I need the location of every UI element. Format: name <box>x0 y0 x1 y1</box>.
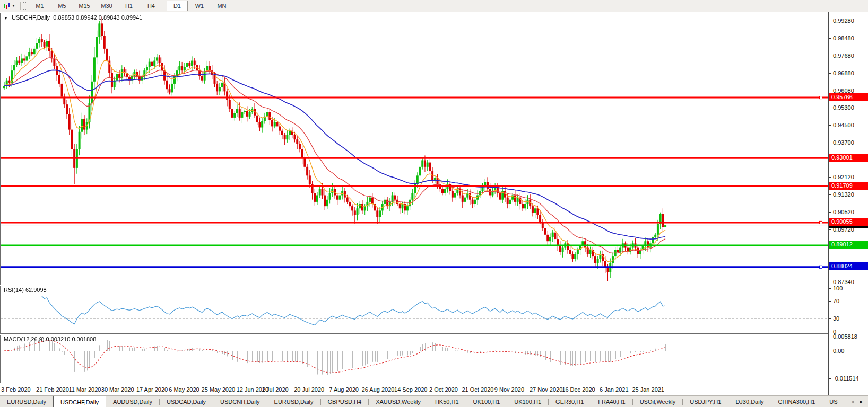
axis-tick <box>829 125 831 126</box>
time-axis[interactable]: 3 Feb 202021 Feb 202011 Mar 202030 Mar 2… <box>0 383 829 395</box>
axis-tick-label: 0.00 <box>833 347 844 355</box>
chart-tab-fra40-h1[interactable]: FRA40,H1 <box>591 396 632 407</box>
date-label: 14 Sep 2020 <box>394 386 427 393</box>
axis-tick-label: -0.011514 <box>833 375 859 382</box>
axis-tick-label: 0.96880 <box>833 69 854 77</box>
chart-tabs: EURUSD,DailyUSDCHF,DailyAUDUSD,DailyUSDC… <box>0 396 846 407</box>
date-label: 2 Oct 2020 <box>429 386 458 393</box>
chart-tab-xauusd-weekly[interactable]: XAUUSD,Weekly <box>369 396 428 407</box>
price-line-label: 0.90055 <box>829 218 868 226</box>
axis-tick <box>829 351 831 351</box>
axis-tick <box>829 337 831 337</box>
axis-tick-label: 0.94500 <box>833 121 854 129</box>
axis-tick <box>829 288 831 289</box>
date-label: 16 Dec 2020 <box>562 386 595 393</box>
timeframe-button-m1[interactable]: M1 <box>29 1 50 11</box>
axis-tick <box>829 229 831 230</box>
timeframe-button-m30[interactable]: M30 <box>96 1 117 11</box>
date-label: 21 Oct 2020 <box>462 386 493 393</box>
chart-tab-gbpusd-h4[interactable]: GBPUSD,H4 <box>321 396 369 407</box>
date-label: 25 Jan 2021 <box>632 386 664 393</box>
chart-tab-uk100-h1[interactable]: UK100,H1 <box>466 396 507 407</box>
collapse-triangle-icon[interactable]: ▼ <box>4 16 8 21</box>
date-label: 6 May 2020 <box>169 386 199 393</box>
chart-tab-hk50-h1[interactable]: HK50,H1 <box>428 396 466 407</box>
axis-tick-label: 0.92120 <box>833 173 854 181</box>
date-label: 30 Mar 2020 <box>101 386 134 393</box>
date-label: 20 Jul 2020 <box>294 386 324 393</box>
axis-tick <box>829 332 831 332</box>
price-chart-canvas[interactable] <box>0 12 829 395</box>
axis-tick <box>829 91 831 91</box>
axis-tick <box>829 301 831 302</box>
axis-tick-label: 100 <box>833 285 843 292</box>
price-axis[interactable]: 0.992800.984800.976800.968800.960800.953… <box>828 12 868 395</box>
chart-tab-eurusd-daily[interactable]: EURUSD,Daily <box>0 396 53 407</box>
chart-tab-eurusd-daily[interactable]: EURUSD,Daily <box>267 396 320 407</box>
chart-tab-dj30-daily[interactable]: DJ30,Daily <box>728 396 770 407</box>
timeframe-button-h1[interactable]: H1 <box>118 1 140 11</box>
date-label: 25 May 2020 <box>202 386 236 393</box>
timeframe-button-d1[interactable]: D1 <box>167 1 188 11</box>
rsi-indicator-label: RSI(14) 62.9098 <box>4 287 47 293</box>
toolbar-divider <box>20 2 21 10</box>
tab-scroll-right-icon[interactable]: ► <box>859 396 864 407</box>
axis-tick-label: 0.93700 <box>833 139 854 146</box>
timeframe-button-h4[interactable]: H4 <box>141 1 162 11</box>
tab-scroll-left-icon[interactable]: ◄ <box>850 396 855 407</box>
price-line-label: 0.93001 <box>829 154 868 162</box>
chart-title: ▼ USDCHF,Daily 0.89853 0.89942 0.89843 0… <box>4 14 142 21</box>
date-label: 17 Apr 2020 <box>136 386 168 393</box>
chart-tab-usdjpy-h1[interactable]: USDJPY,H1 <box>683 396 728 407</box>
axis-tick-label: 30 <box>833 315 839 322</box>
timeframe-buttons: M1M5M15M30H1H4D1W1MN <box>29 0 233 12</box>
chart-tab-uk100-h1[interactable]: UK100,H1 <box>507 396 548 407</box>
toolbar-grip[interactable] <box>23 2 26 10</box>
axis-tick <box>829 194 831 195</box>
axis-tick-label: 0.99280 <box>833 17 854 24</box>
date-label: 3 Feb 2020 <box>1 386 31 393</box>
chart-tab-us[interactable]: US <box>822 396 844 407</box>
price-line-label: 0.91709 <box>829 182 868 190</box>
chart-tab-china300-h1[interactable]: CHINA300,H1 <box>771 396 822 407</box>
date-label: 6 Jan 2021 <box>600 386 628 393</box>
timeframe-button-m5[interactable]: M5 <box>51 1 73 11</box>
date-label: 11 Mar 2020 <box>68 386 101 393</box>
axis-tick-label: 0.005818 <box>833 333 857 340</box>
axis-tick <box>829 318 831 319</box>
axis-tick <box>829 38 831 39</box>
timeframe-button-m15[interactable]: M15 <box>74 1 95 11</box>
chart-tab-usdchf-daily[interactable]: USDCHF,Daily <box>53 396 106 407</box>
chart-tab-usdcnh-daily[interactable]: USDCNH,Daily <box>213 396 267 407</box>
macd-indicator-label: MACD(12,26,9) 0.003210 0.001808 <box>4 336 96 342</box>
date-label: 1 Jul 2020 <box>262 386 289 393</box>
date-label: 7 Aug 2020 <box>329 386 359 393</box>
chart-tab-audusd-daily[interactable]: AUDUSD,Daily <box>106 396 159 407</box>
axis-tick <box>829 143 831 143</box>
axis-tick-label: 70 <box>833 297 839 305</box>
axis-tick-label: 0.97680 <box>833 52 854 59</box>
axis-tick <box>829 212 831 213</box>
timeframe-button-mn[interactable]: MN <box>211 1 232 11</box>
axis-tick <box>829 177 831 178</box>
axis-tick <box>829 378 831 379</box>
chevron-down-icon: ▼ <box>12 1 15 11</box>
axis-tick <box>829 108 831 108</box>
axis-tick <box>829 21 831 21</box>
chart-symbol: USDCHF,Daily <box>12 14 50 21</box>
mt4-window: ▼ M1M5M15M30H1H4D1W1MN ▼ USDCHF,Daily 0.… <box>0 0 868 407</box>
chart-tab-usoil-weekly[interactable]: USOil,Weekly <box>633 396 683 407</box>
axis-tick <box>829 73 831 74</box>
chart-tab-ger30-h1[interactable]: GER30,H1 <box>549 396 591 407</box>
toolbar: ▼ M1M5M15M30H1H4D1W1MN <box>0 0 868 12</box>
axis-tick <box>829 282 831 282</box>
timeframe-button-w1[interactable]: W1 <box>189 1 210 11</box>
chart-tab-bar: EURUSD,DailyUSDCHF,DailyAUDUSD,DailyUSDC… <box>0 395 868 407</box>
axis-tick <box>829 56 831 56</box>
axis-tick-label: 0.91320 <box>833 191 854 198</box>
chart-area: ▼ USDCHF,Daily 0.89853 0.89942 0.89843 0… <box>0 12 868 395</box>
date-label: 21 Feb 2020 <box>36 386 69 393</box>
chart-ohlc-values: 0.89853 0.89942 0.89843 0.89941 <box>53 14 142 21</box>
chart-type-icon[interactable]: ▼ <box>0 1 19 11</box>
chart-tab-usdcad-daily[interactable]: USDCAD,Daily <box>160 396 213 407</box>
